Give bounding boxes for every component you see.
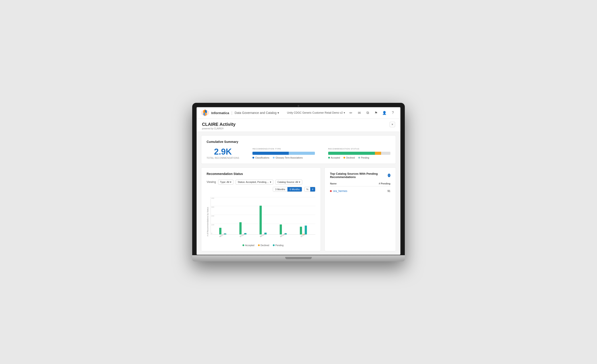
sources-table: Name # Pending ora_hermes 91 (330, 182, 390, 194)
bar-group-4 (280, 224, 287, 235)
glossary-dot (273, 157, 275, 159)
cumulative-summary-card: Cumulative Summary 2.9K TOTAL RECOMMENDA… (201, 135, 396, 164)
camera (298, 105, 299, 107)
app-name: Informatica (211, 111, 229, 115)
pending-dot (358, 157, 360, 159)
app-module[interactable]: Data Governance and Catalog ▾ (235, 111, 279, 114)
grid-line-400: 400 (211, 197, 315, 199)
laptop-frame: Informatica | Data Governance and Catalo… (192, 103, 405, 261)
chart-pending-dot (273, 244, 275, 246)
classifications-dot (252, 157, 254, 159)
source-status-dot (330, 190, 332, 192)
bar-group-3 (259, 206, 267, 235)
catalog-source-filter-dropdown[interactable]: Catalog Source: All ▾ (275, 180, 302, 185)
message-icon[interactable]: ✉ (356, 110, 362, 116)
rec-status-card: Recommendation Status Viewing Type: All … (201, 167, 321, 251)
bar-group-5 (300, 226, 307, 235)
top-sources-header: Top Catalog Sources With Pending Recomme… (330, 172, 390, 179)
page-subtitle: powered by CLAIRE® (202, 127, 236, 130)
pending-legend: Pending (358, 157, 369, 159)
chart-legend: Accepted Declined Pending (211, 244, 315, 247)
informatica-logo (201, 109, 209, 117)
glossary-label: Glossary Term Associations (275, 157, 303, 159)
chart-area: # of Recommendations by Status 400 300 2… (207, 195, 315, 247)
catalog-source-chevron: ▾ (299, 181, 300, 183)
glossary-legend: Glossary Term Associations (273, 157, 303, 159)
edit-icon[interactable]: ✏ (348, 110, 354, 116)
module-chevron: ▾ (277, 111, 279, 114)
chart-legend-accepted: Accepted (243, 244, 254, 247)
bar-accepted-2 (239, 222, 242, 235)
viewing-label: Viewing (207, 181, 216, 183)
workspace-chevron: ▾ (344, 111, 345, 114)
rec-type-section: RECOMMENDATION TYPE Classifications (252, 148, 315, 159)
bar-declined-5 (302, 234, 305, 235)
status-filter-dropdown[interactable]: Status: Accepted, Pending,... ▾ (236, 180, 273, 185)
laptop-base (192, 255, 405, 261)
header-left: Informatica | Data Governance and Catalo… (201, 109, 279, 117)
rec-type-bar (252, 152, 315, 155)
bar-accepted-4 (280, 224, 282, 235)
bar-group-2 (239, 222, 246, 235)
accepted-bar (328, 152, 375, 155)
summary-content: 2.9K TOTAL RECOMMENDATIONS RECOMMENDATIO… (207, 147, 390, 159)
glossary-bar (289, 152, 315, 155)
rec-status-bar (328, 152, 390, 155)
view-mode-buttons: % # (304, 187, 315, 192)
accepted-legend: Accepted (328, 157, 340, 159)
3-months-button[interactable]: 3 Months (273, 187, 287, 191)
chart-legend-pending: Pending (273, 244, 284, 247)
bar-pending-5 (305, 226, 307, 235)
bar-pending-2 (244, 233, 246, 235)
bar-pending-3 (264, 233, 267, 235)
percent-view-button[interactable]: % (305, 187, 310, 191)
source-row: ora_hermes 91 (330, 188, 390, 194)
workspace-selector[interactable]: Unity CDGC Generic Customer Retail Demo … (287, 111, 345, 114)
source-name[interactable]: ora_hermes (330, 190, 347, 193)
flag-icon[interactable]: ⚑ (373, 110, 379, 116)
header-icons: ✏ ✉ ⧉ ⚑ 👤 ? (348, 110, 396, 116)
viewing-row: Viewing Type: All ▾ Status: Accepted, Pe… (207, 180, 315, 192)
total-label: TOTAL RECOMMENDATIONS (207, 157, 239, 159)
user-icon[interactable]: 👤 (381, 110, 387, 116)
top-sources-card: Top Catalog Sources With Pending Recomme… (324, 167, 396, 251)
bar-accepted-5 (300, 227, 302, 235)
copy-icon[interactable]: ⧉ (364, 110, 371, 116)
rec-type-label: RECOMMENDATION TYPE (252, 148, 315, 150)
laptop-screen: Informatica | Data Governance and Catalo… (196, 107, 401, 255)
chart-legend-declined: Declined (258, 244, 269, 247)
close-button[interactable]: × (390, 122, 395, 127)
count-view-button[interactable]: # (310, 187, 315, 191)
chart-declined-label: Declined (261, 244, 269, 247)
declined-legend: Declined (344, 157, 355, 159)
summary-card-title: Cumulative Summary (207, 140, 390, 144)
type-filter-chevron: ▾ (230, 181, 231, 183)
header-right: Unity CDGC Generic Customer Retail Demo … (287, 110, 396, 116)
chart-declined-dot (258, 244, 260, 246)
declined-label: Declined (346, 157, 355, 159)
chart-bars-container (212, 206, 314, 235)
bar-group-1 (219, 228, 226, 235)
declined-bar (375, 152, 381, 155)
chart-accepted-label: Accepted (245, 244, 254, 247)
rec-status-legend: Accepted Declined Pending (328, 157, 390, 159)
bottom-panels: Recommendation Status Viewing Type: All … (201, 167, 396, 251)
chart-inner: 400 300 200 100 0 (211, 197, 315, 247)
source-count: 91 (387, 190, 390, 193)
y-axis-label: # of Recommendations by Status (207, 207, 209, 236)
classifications-bar (252, 152, 289, 155)
help-icon[interactable]: ? (390, 110, 396, 116)
6-months-button[interactable]: 6 Months (287, 187, 302, 191)
type-filter-dropdown[interactable]: Type: All ▾ (218, 180, 234, 185)
col-name-header: Name (330, 182, 337, 185)
bar-pending-4 (284, 233, 287, 235)
header-separator: | (231, 111, 233, 115)
sources-table-header: Name # Pending (330, 182, 390, 186)
bar-accepted-3 (259, 206, 262, 235)
chart-pending-label: Pending (275, 244, 284, 247)
chart-accepted-dot (243, 244, 244, 246)
total-recommendations: 2.9K TOTAL RECOMMENDATIONS (207, 147, 239, 159)
rec-status-label: RECOMMENDATION STATUS (328, 148, 390, 150)
pending-label: Pending (361, 157, 369, 159)
rec-status-card-title: Recommendation Status (207, 172, 315, 176)
